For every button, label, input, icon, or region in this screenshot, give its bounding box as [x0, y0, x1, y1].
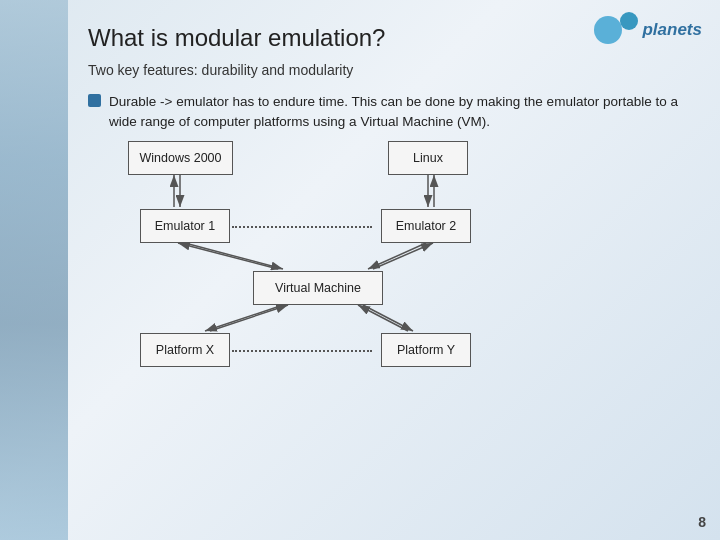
dotted-line-platforms [232, 350, 372, 352]
slide-title: What is modular emulation? [88, 24, 696, 52]
svg-line-10 [205, 305, 283, 331]
box-linux: Linux [388, 141, 468, 175]
diagram: Windows 2000 Linux Emulator 1 Emulator 2… [98, 141, 628, 371]
slide: planets What is modular emulation? Two k… [0, 0, 720, 540]
svg-line-13 [358, 305, 408, 331]
bullet-item-durable: Durable -> emulator has to endure time. … [88, 92, 696, 131]
box-emulator2: Emulator 2 [381, 209, 471, 243]
slide-subtitle: Two key features: durability and modular… [88, 62, 696, 78]
box-emulator1: Emulator 1 [140, 209, 230, 243]
svg-line-11 [210, 305, 288, 331]
bullet-text: Durable -> emulator has to endure time. … [109, 92, 696, 131]
box-windows2000: Windows 2000 [128, 141, 233, 175]
page-number: 8 [698, 514, 706, 530]
bullet-icon [88, 94, 101, 107]
left-decoration [0, 0, 68, 540]
svg-line-8 [368, 243, 426, 269]
svg-line-7 [178, 243, 278, 269]
svg-line-9 [373, 243, 433, 269]
svg-line-12 [363, 305, 413, 331]
box-platform-y: Platform Y [381, 333, 471, 367]
slide-content: What is modular emulation? Two key featu… [78, 0, 720, 540]
box-platform-x: Platform X [140, 333, 230, 367]
svg-line-6 [185, 243, 283, 269]
box-virtual-machine: Virtual Machine [253, 271, 383, 305]
dotted-line-emulators [232, 226, 372, 228]
